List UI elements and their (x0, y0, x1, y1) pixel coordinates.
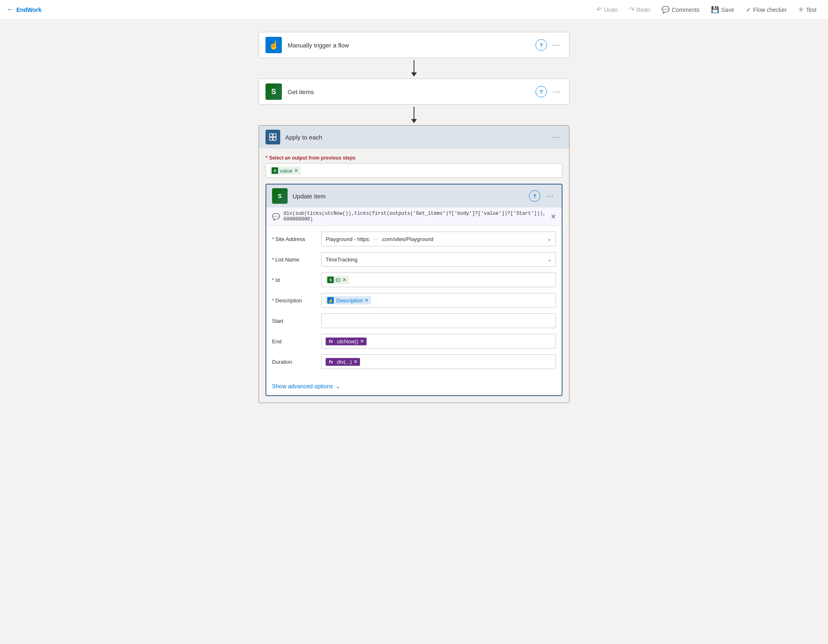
get-items-block[interactable]: S Get items ? ⋯ (259, 79, 569, 105)
id-token-icon: S (327, 277, 334, 283)
select-output-section: *Select an output from previous steps S … (266, 155, 562, 178)
save-button[interactable]: 💾 Save (706, 3, 739, 16)
get-items-more-button[interactable]: ⋯ (550, 86, 562, 98)
output-token-input[interactable]: S value ✕ (266, 163, 562, 178)
description-label: *Description (272, 297, 321, 304)
get-items-actions: ? ⋯ (536, 86, 562, 98)
description-token-icon: ☝ (327, 297, 334, 304)
flow-canvas: ☝ Manually trigger a flow ? ⋯ S Get item… (0, 20, 828, 644)
site-address-row: *Site Address Playground - https: ··· .c… (272, 231, 556, 247)
duration-field: fx div(...) ✕ (321, 354, 556, 369)
start-input[interactable] (321, 313, 556, 328)
undo-icon: ↶ (596, 6, 602, 14)
start-label: Start (272, 318, 321, 324)
update-item-title: Update item (292, 193, 529, 200)
duration-token-close[interactable]: ✕ (353, 359, 358, 364)
back-button[interactable]: ← EndWork (7, 5, 41, 14)
id-field: S ID ✕ (321, 272, 556, 287)
description-token-input[interactable]: ☝ Description ✕ (321, 293, 556, 308)
svg-rect-3 (273, 137, 276, 140)
test-icon: ⚛ (798, 6, 804, 14)
description-row: *Description ☝ Description ✕ (272, 292, 556, 308)
show-advanced-options[interactable]: Show advanced options ⌄ (266, 379, 562, 395)
id-token-close[interactable]: ✕ (342, 277, 346, 282)
apply-to-each-icon (266, 130, 280, 144)
id-row: *Id S ID ✕ (272, 272, 556, 288)
apply-more-button[interactable]: ⋯ (550, 131, 562, 143)
redo-icon: ↷ (629, 6, 634, 14)
redo-button[interactable]: ↷ Redo (624, 3, 655, 16)
site-address-dropdown[interactable]: Playground - https: ··· .com/sites/Playg… (321, 232, 556, 246)
value-token-icon: S (272, 167, 278, 174)
svg-rect-0 (270, 134, 272, 137)
test-button[interactable]: ⚛ Test (793, 3, 821, 16)
list-name-label: *List Name (272, 257, 321, 263)
update-item-header[interactable]: S Update item ? ⋯ (266, 185, 562, 207)
comments-button[interactable]: 💬 Comments (657, 3, 704, 16)
flow-container: ☝ Manually trigger a flow ? ⋯ S Get item… (259, 32, 569, 403)
start-row: Start (272, 313, 556, 329)
formula-banner-close[interactable]: ✕ (551, 213, 556, 221)
duration-row: Duration fx div(...) ✕ (272, 354, 556, 370)
apply-to-each-title: Apply to each (285, 134, 550, 141)
list-name-dropdown[interactable]: TimeTracking ⌄ (321, 252, 556, 267)
apply-to-each-header[interactable]: Apply to each ⋯ (259, 126, 569, 149)
id-token-input[interactable]: S ID ✕ (321, 272, 556, 287)
update-more-button[interactable]: ⋯ (544, 190, 556, 202)
value-token: S value ✕ (270, 167, 301, 175)
description-token: ☝ Description ✕ (326, 296, 371, 304)
update-item-icon: S (272, 188, 288, 204)
id-token: S ID ✕ (326, 276, 349, 284)
site-address-field: Playground - https: ··· .com/sites/Playg… (321, 232, 556, 246)
formula-banner-text: div(sub(ticks(utcNow()),ticks(first(outp… (284, 211, 547, 222)
formula-banner-icon: 💬 (272, 213, 280, 221)
trigger-block[interactable]: ☝ Manually trigger a flow ? ⋯ (259, 32, 569, 58)
topbar-actions: ↶ Undo ↷ Redo 💬 Comments 💾 Save ✓ Flow c… (592, 3, 821, 16)
end-label: End (272, 338, 321, 345)
svg-rect-1 (273, 134, 276, 137)
flow-checker-icon: ✓ (746, 6, 751, 14)
list-name-field: TimeTracking ⌄ (321, 252, 556, 267)
show-advanced-chevron-icon: ⌄ (335, 383, 340, 390)
trigger-help-button[interactable]: ? (536, 39, 547, 51)
flow-checker-button[interactable]: ✓ Flow checker (741, 3, 792, 16)
select-output-label: *Select an output from previous steps (266, 155, 562, 161)
arrow-2 (411, 105, 417, 125)
update-item-form: *Site Address Playground - https: ··· .c… (266, 226, 562, 379)
formula-banner: 💬 div(sub(ticks(utcNow()),ticks(first(ou… (266, 207, 562, 226)
trigger-more-button[interactable]: ⋯ (550, 39, 562, 51)
undo-button[interactable]: ↶ Undo (592, 3, 622, 16)
svg-rect-2 (270, 137, 272, 140)
sharepoint-icon-get: S (266, 83, 282, 100)
end-token-input[interactable]: fx utcNow() ✕ (321, 334, 556, 349)
get-items-title: Get items (288, 88, 536, 95)
site-address-chevron-icon: ⌄ (547, 236, 551, 242)
list-name-chevron-icon: ⌄ (547, 257, 551, 262)
end-field: fx utcNow() ✕ (321, 334, 556, 349)
save-icon: 💾 (711, 6, 719, 14)
duration-token: fx div(...) ✕ (326, 358, 360, 366)
list-name-value: TimeTracking (326, 257, 547, 263)
description-token-close[interactable]: ✕ (364, 298, 369, 303)
app-title: EndWork (16, 7, 41, 13)
update-help-button[interactable]: ? (529, 190, 540, 202)
apply-to-each-block: Apply to each ⋯ *Select an output from p… (259, 125, 569, 403)
duration-token-icon: fx (327, 359, 335, 365)
trigger-icon: ☝ (266, 37, 282, 53)
end-row: End fx utcNow() ✕ (272, 333, 556, 349)
value-token-close[interactable]: ✕ (294, 168, 298, 173)
id-label: *Id (272, 277, 321, 283)
list-name-row: *List Name TimeTracking ⌄ (272, 251, 556, 268)
update-item-actions: ? ⋯ (529, 190, 556, 202)
site-address-label: *Site Address (272, 236, 321, 242)
description-field: ☝ Description ✕ (321, 293, 556, 308)
start-field (321, 313, 556, 328)
end-token-icon: fx (327, 338, 335, 344)
end-token: fx utcNow() ✕ (326, 338, 367, 345)
end-token-close[interactable]: ✕ (360, 339, 364, 344)
get-items-help-button[interactable]: ? (536, 86, 547, 97)
arrow-1 (411, 58, 417, 79)
site-address-value: Playground - https: ··· .com/sites/Playg… (326, 236, 547, 242)
comments-icon: 💬 (662, 6, 670, 14)
duration-token-input[interactable]: fx div(...) ✕ (321, 354, 556, 369)
